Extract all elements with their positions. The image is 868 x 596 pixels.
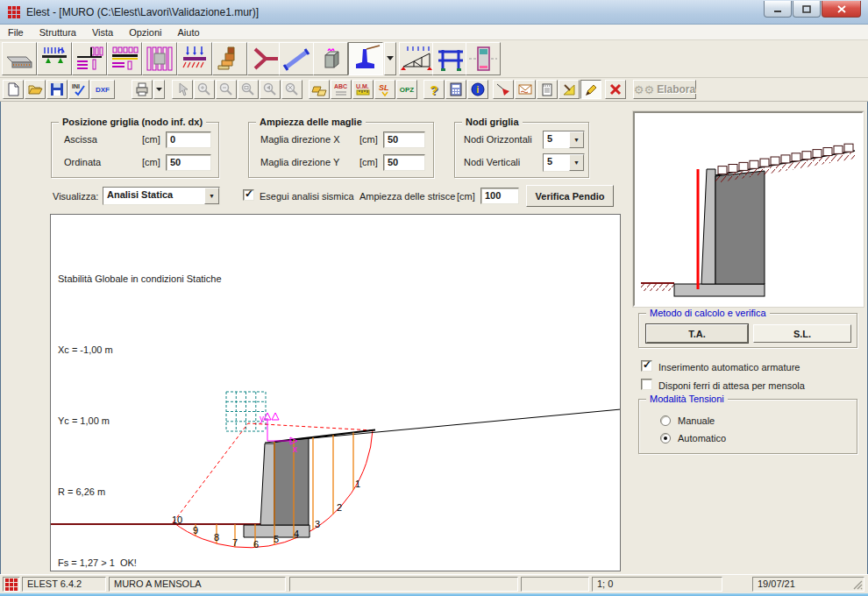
strisce-input[interactable]: 100 bbox=[480, 188, 519, 204]
ordinata-label: Ordinata bbox=[64, 157, 101, 167]
info-button[interactable]: i bbox=[467, 80, 488, 99]
pan-button[interactable] bbox=[172, 80, 193, 99]
result-line: Fs = 1,27 > 1 OK! bbox=[58, 551, 222, 571]
ferri-attesa-checkbox[interactable]: ✓ bbox=[641, 379, 652, 390]
sismica-checkbox[interactable]: ✓ bbox=[243, 189, 254, 201]
status-date: 19/07/21 bbox=[752, 577, 864, 592]
beam-loads-button[interactable] bbox=[37, 42, 72, 75]
sl-method-button[interactable]: S.L. bbox=[753, 324, 851, 343]
minimize-button[interactable] bbox=[764, 1, 792, 18]
visualizza-select[interactable]: Analisi Statica ▼ bbox=[103, 187, 220, 205]
verifica-pendio-button[interactable]: Verifica Pendio bbox=[526, 185, 614, 207]
foundation-plinth-button[interactable] bbox=[2, 42, 37, 75]
main-drawing-canvas[interactable]: y x 1 2 3 4 5 6 7 8 9 10 Stabilità Globa… bbox=[50, 214, 621, 571]
backfill-top-line bbox=[274, 430, 375, 443]
status-empty-2 bbox=[521, 577, 589, 592]
column-section-icon bbox=[467, 45, 499, 73]
truss-button[interactable] bbox=[399, 42, 434, 75]
stairs-icon bbox=[214, 45, 245, 73]
column-3d-button[interactable] bbox=[313, 42, 348, 75]
wall-dropdown-button[interactable] bbox=[384, 42, 396, 75]
zoom-extents-button[interactable] bbox=[281, 80, 302, 99]
sismica-label: Esegui analisi sismica bbox=[260, 191, 354, 202]
grid-position-title: Posizione griglia (nodo inf. dx) bbox=[59, 117, 206, 127]
maglia-y-input[interactable]: 50 bbox=[383, 154, 425, 171]
chevron-down-icon[interactable]: ▼ bbox=[569, 154, 584, 171]
units-button[interactable]: U.M. bbox=[352, 80, 374, 99]
elabora-button[interactable]: ⚙⚙ Elabora bbox=[633, 80, 696, 99]
ini-check-button[interactable]: INI bbox=[68, 80, 89, 99]
retaining-wall-button[interactable] bbox=[348, 42, 383, 75]
strip-load-icon bbox=[179, 45, 210, 73]
menu-opzioni[interactable]: Opzioni bbox=[121, 26, 169, 39]
zoom-window-button[interactable] bbox=[238, 80, 259, 99]
tension-mode-group: Modalità Tensioni Manuale Automatico bbox=[638, 399, 857, 454]
maglia-x-input[interactable]: 50 bbox=[383, 131, 425, 148]
report-button[interactable] bbox=[537, 80, 558, 99]
armature-checkbox[interactable]: ✓ bbox=[641, 360, 652, 372]
manuale-radio[interactable] bbox=[660, 415, 671, 426]
gears-icon: ⚙⚙ bbox=[634, 84, 654, 96]
delete-button[interactable] bbox=[605, 80, 626, 99]
info-icon: i bbox=[470, 82, 486, 97]
new-file-button[interactable] bbox=[3, 80, 24, 99]
wall-preview-drawing bbox=[635, 113, 860, 303]
ordinata-input[interactable]: 50 bbox=[166, 154, 211, 171]
nodi-verticali-select[interactable]: 5 ▼ bbox=[543, 153, 585, 172]
chevron-down-icon[interactable]: ▼ bbox=[569, 131, 584, 148]
print-button[interactable] bbox=[132, 80, 153, 99]
result-line: R = 6,26 m bbox=[58, 480, 222, 504]
sl-settings-button[interactable]: SL bbox=[374, 80, 395, 99]
ta-method-button[interactable]: T.A. bbox=[646, 324, 748, 343]
menu-vista[interactable]: Vista bbox=[84, 26, 121, 39]
open-file-button[interactable] bbox=[25, 80, 46, 99]
column-section-button[interactable] bbox=[466, 42, 501, 75]
slab-pattern-button[interactable] bbox=[142, 42, 177, 75]
automatico-radio[interactable] bbox=[660, 433, 671, 443]
text-abc-button[interactable]: ABC bbox=[331, 80, 352, 99]
menu-file[interactable]: File bbox=[0, 26, 32, 39]
beam-loads-icon bbox=[39, 45, 70, 73]
ascissa-unit: [cm] bbox=[142, 134, 160, 145]
zoom-previous-button[interactable] bbox=[260, 80, 281, 99]
slab-deck-button[interactable] bbox=[107, 42, 142, 75]
file-manager-button[interactable] bbox=[309, 80, 330, 99]
zoom-in-icon bbox=[196, 82, 212, 97]
opz-options-button[interactable]: OPZ bbox=[396, 80, 417, 99]
foundation-plinth-icon bbox=[4, 45, 35, 73]
steel-beam-button[interactable] bbox=[279, 42, 314, 75]
dxf-export-button[interactable]: DXF bbox=[90, 80, 115, 99]
ascissa-input[interactable]: 0 bbox=[166, 131, 211, 148]
standard-toolbar: INI DXF ABC bbox=[0, 78, 868, 102]
strip-load-button[interactable] bbox=[177, 42, 212, 75]
svg-text:y: y bbox=[260, 414, 264, 423]
print-options-button[interactable] bbox=[153, 80, 165, 99]
restore-button[interactable] bbox=[793, 1, 821, 18]
menu-aiuto[interactable]: Aiuto bbox=[169, 26, 207, 39]
zoom-in-button[interactable] bbox=[194, 80, 215, 99]
open-file-icon bbox=[27, 82, 43, 97]
ground-surface-line bbox=[265, 409, 620, 443]
calculator-button[interactable] bbox=[445, 80, 466, 99]
envelope-button[interactable] bbox=[515, 80, 536, 99]
file-manager-icon bbox=[311, 82, 327, 97]
check-drawing-button[interactable] bbox=[559, 80, 580, 99]
stairs-button[interactable] bbox=[212, 42, 247, 75]
truss-icon bbox=[401, 45, 432, 73]
frame-button[interactable] bbox=[432, 42, 467, 75]
slab-plan-button[interactable] bbox=[72, 42, 107, 75]
chevron-down-icon[interactable]: ▼ bbox=[204, 188, 219, 204]
resize-grip[interactable] bbox=[853, 580, 863, 590]
node-branch-button[interactable] bbox=[247, 42, 282, 75]
save-button[interactable] bbox=[46, 80, 68, 99]
wall-section bbox=[244, 438, 309, 538]
help-button[interactable]: ? bbox=[423, 80, 445, 99]
close-button[interactable] bbox=[822, 1, 861, 18]
edit-pencil-button[interactable] bbox=[580, 80, 601, 99]
zoom-out-button[interactable] bbox=[216, 80, 237, 99]
nodi-orizzontali-select[interactable]: 5 ▼ bbox=[543, 131, 585, 149]
status-empty-1 bbox=[289, 577, 518, 592]
chevron-down-icon bbox=[387, 56, 395, 61]
results-flag-button[interactable] bbox=[493, 80, 514, 99]
menu-struttura[interactable]: Struttura bbox=[32, 26, 84, 39]
